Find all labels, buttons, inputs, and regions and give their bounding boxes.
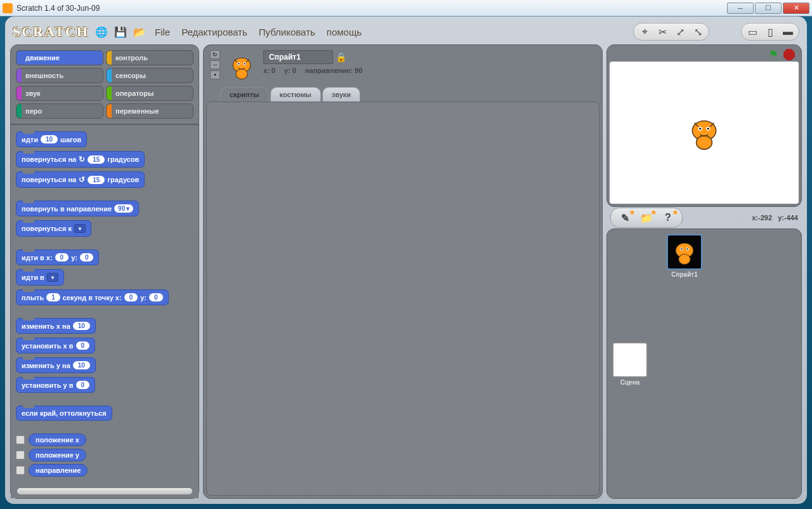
category-control[interactable]: контроль	[106, 50, 193, 65]
block-bounce[interactable]: если край, оттолкнуться	[16, 406, 112, 421]
dropdown-icon[interactable]: ▾	[47, 273, 58, 282]
svg-point-4	[238, 63, 239, 64]
block-goto-xy[interactable]: идти в x:0y:0	[16, 249, 99, 265]
category-sound[interactable]: звук	[16, 86, 103, 101]
svg-point-7	[697, 136, 712, 150]
menu-edit[interactable]: Редактировать	[179, 25, 250, 39]
save-icon[interactable]: 💾	[114, 25, 127, 38]
app-icon	[3, 3, 13, 13]
sprite-list: Сцена Спрайт1	[606, 228, 802, 499]
edit-tools-group: ⌖ ✂ ⤢ ⤡	[633, 23, 709, 41]
coord-toolbar: ✎★ 📁★ ?★ x:-292 y:-444	[606, 211, 802, 225]
shrink-icon[interactable]: ⤡	[691, 25, 705, 38]
menubar: SCRATCH 🌐 💾 📂 File Редактировать Публико…	[8, 19, 804, 44]
window-close-button[interactable]: ✕	[783, 3, 809, 14]
block-set-y[interactable]: установить y в0	[16, 377, 95, 393]
scripts-area[interactable]	[206, 102, 599, 496]
block-change-y[interactable]: изменить y на10	[16, 357, 96, 373]
svg-point-1	[236, 69, 247, 79]
category-motion[interactable]: движение	[16, 50, 103, 65]
stage-thumbnail-item[interactable]: Сцена	[612, 342, 648, 386]
tab-sounds[interactable]: звуки	[322, 87, 360, 102]
block-palette: идти10шагов повернуться на↻15градусов по…	[11, 124, 199, 498]
block-turn-ccw[interactable]: повернуться на↺15градусов	[16, 171, 145, 188]
stop-button[interactable]	[783, 49, 795, 60]
duplicate-icon[interactable]: ⌖	[638, 25, 652, 38]
category-label: операторы	[115, 89, 154, 97]
category-sensing[interactable]: сенсоры	[106, 68, 193, 83]
sprite-thumbnail	[225, 50, 258, 83]
turn-ccw-icon: ↺	[79, 175, 85, 184]
reporter-direction[interactable]: направление	[29, 464, 88, 477]
sprite-list-item[interactable]: Спрайт1	[667, 234, 702, 278]
cat-sprite-on-stage[interactable]	[684, 113, 724, 152]
stage[interactable]	[610, 62, 799, 204]
reporter-xpos[interactable]: положение x	[29, 433, 86, 446]
category-label: движение	[25, 54, 60, 62]
presentation-icon[interactable]: ▬	[781, 25, 795, 38]
normal-stage-icon[interactable]: ▯	[763, 25, 777, 38]
category-label: звук	[25, 89, 41, 97]
grow-icon[interactable]: ⤢	[673, 25, 687, 38]
rotation-full-button[interactable]: ↻	[210, 50, 220, 59]
menu-help[interactable]: помощь	[324, 25, 364, 39]
blocks-panel: движение контроль внешность сенсоры звук…	[10, 44, 199, 499]
block-point-towards[interactable]: повернуться к▾	[16, 220, 91, 237]
lock-icon[interactable]: 🔒	[336, 52, 346, 62]
stage-label: Сцена	[620, 379, 640, 386]
view-mode-group: ▭ ▯ ▬	[741, 23, 799, 41]
block-turn-cw[interactable]: повернуться на↻15градусов	[16, 151, 145, 168]
tab-scripts[interactable]: скрипты	[220, 87, 269, 102]
sprite-thumbnail	[667, 234, 702, 270]
window-maximize-button[interactable]: ☐	[755, 3, 782, 14]
sprite-tabs: скрипты костюмы звуки	[204, 87, 602, 102]
choose-sprite-button[interactable]: 📁★	[638, 210, 655, 225]
surprise-sprite-button[interactable]: ?★	[659, 210, 677, 225]
rotation-none-button[interactable]: •	[210, 70, 220, 79]
language-icon[interactable]: 🌐	[95, 25, 108, 38]
paint-sprite-button[interactable]: ✎★	[616, 210, 634, 225]
rotation-leftright-button[interactable]: ↔	[210, 60, 220, 69]
block-glide[interactable]: плыть1секунд в точку x:0y:0	[16, 289, 169, 305]
sprite-name-input[interactable]: Спрайт1	[263, 50, 333, 64]
stage-panel: ⚑	[606, 44, 802, 207]
checkbox-xpos[interactable]	[16, 435, 25, 444]
category-operators[interactable]: операторы	[106, 86, 193, 101]
stage-thumbnail	[612, 342, 648, 378]
dropdown-icon[interactable]: ▾	[74, 224, 86, 233]
cat-icon	[227, 52, 256, 81]
tab-costumes[interactable]: костюмы	[270, 87, 321, 102]
checkbox-ypos[interactable]	[16, 451, 25, 459]
sprite-header: ↻ ↔ • Спрайт1 🔒 x: 0 y: 0 направление:	[204, 45, 602, 89]
category-variables[interactable]: переменные	[106, 103, 193, 119]
palette-scrollbar[interactable]	[17, 488, 192, 494]
block-goto[interactable]: идти в▾	[16, 269, 64, 286]
svg-point-5	[244, 63, 245, 64]
block-set-x[interactable]: установить x в0	[16, 338, 95, 354]
category-label: контроль	[115, 54, 148, 62]
menu-share[interactable]: Публиковать	[256, 25, 318, 39]
mouse-coords: x:-292 y:-444	[752, 214, 798, 221]
window-title: Scratch 1.4 of 30-Jun-09	[16, 4, 727, 13]
checkbox-direction[interactable]	[16, 466, 25, 475]
category-pen[interactable]: перо	[16, 103, 103, 119]
svg-point-10	[699, 128, 701, 129]
svg-point-13	[679, 254, 690, 264]
cut-icon[interactable]: ✂	[655, 25, 669, 38]
turn-cw-icon: ↻	[79, 155, 85, 164]
window-minimize-button[interactable]: ─	[727, 3, 754, 14]
scripts-panel: ↻ ↔ • Спрайт1 🔒 x: 0 y: 0 направление:	[203, 44, 603, 499]
reporter-ypos[interactable]: положение y	[29, 449, 86, 461]
open-icon[interactable]: 📂	[133, 25, 146, 38]
menu-file[interactable]: File	[152, 25, 173, 39]
window-titlebar: Scratch 1.4 of 30-Jun-09 ─ ☐ ✕	[0, 0, 812, 17]
block-point-direction[interactable]: повернуть в направление90▾	[16, 201, 139, 216]
svg-point-11	[707, 128, 709, 129]
category-looks[interactable]: внешность	[16, 68, 103, 83]
green-flag-button[interactable]: ⚑	[768, 48, 778, 62]
small-stage-icon[interactable]: ▭	[745, 25, 759, 38]
block-move-steps[interactable]: идти10шагов	[16, 131, 87, 147]
scratch-logo: SCRATCH	[13, 23, 89, 40]
category-label: перо	[25, 107, 42, 115]
block-change-x[interactable]: изменить x на10	[16, 318, 96, 334]
